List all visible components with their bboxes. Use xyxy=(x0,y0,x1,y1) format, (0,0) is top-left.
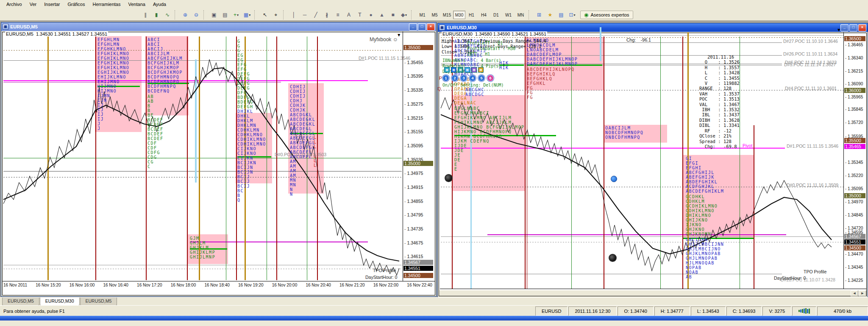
chart-window-eurusd-m30: ▦ EURUSD,M30 _ □ × ◀ ▶ xyxy=(437,23,868,298)
chart-tab[interactable]: EURUSD,M30 xyxy=(40,298,80,306)
vertical-line-icon[interactable]: │ xyxy=(288,10,299,20)
mini-toolbar-icon[interactable]: ▦ xyxy=(451,67,456,73)
mini-toolbar-icon[interactable]: ▦ xyxy=(478,67,484,73)
price-tick: 1.35095 xyxy=(404,143,423,148)
traffic-histogram-icon xyxy=(792,306,816,316)
time-label: 16 Nov 18:40 xyxy=(204,283,230,287)
chart-plot-m5[interactable] xyxy=(2,32,435,295)
chart-tab[interactable]: EURUSD,M5 xyxy=(80,298,117,306)
price-tick: 1.35845 xyxy=(845,107,863,112)
menu-item[interactable]: Insertar xyxy=(40,1,64,7)
status-cell: EURUSD xyxy=(535,306,568,316)
period-badge[interactable]: 2 xyxy=(451,75,458,82)
price-badge: 1.34500 xyxy=(403,273,433,278)
timeframe-button[interactable]: M30 xyxy=(453,11,465,19)
timeframe-button[interactable]: MN xyxy=(515,11,527,19)
menu-item[interactable]: Herramientas xyxy=(89,1,124,7)
menu-item[interactable]: Archivo xyxy=(3,1,26,7)
price-tick: 1.36465 xyxy=(845,42,863,47)
price-tick: 1.34855 xyxy=(404,199,423,204)
menu-item[interactable]: Ventana xyxy=(125,1,149,7)
bars-chart-icon[interactable]: ∥ xyxy=(140,10,151,20)
zoom-out-icon[interactable]: ⊖ xyxy=(191,10,202,20)
timeframe-button[interactable]: H4 xyxy=(478,11,490,19)
mini-toolbar-icon[interactable]: ▦ xyxy=(471,67,477,73)
window-arrange-icon[interactable]: ⊡ xyxy=(567,10,578,20)
menu-item[interactable]: Ayuda xyxy=(149,1,170,7)
status-cell: H: 1.34777 xyxy=(654,306,690,316)
horizontal-scrollbar[interactable]: ◀ ▶ xyxy=(439,290,866,296)
period-badge[interactable]: 3 xyxy=(460,75,467,82)
period-badge[interactable]: 4 xyxy=(469,75,476,82)
window-titlebar[interactable]: ▦ EURUSD,M5 _ □ × xyxy=(1,22,436,31)
trendline-icon[interactable]: ╱ xyxy=(310,10,321,20)
price-badge: 1.35500 xyxy=(844,138,865,143)
chart-plot-m30[interactable] xyxy=(439,33,867,296)
text-icon[interactable]: A xyxy=(343,10,354,20)
windows-group: ⊞★▤⊡ xyxy=(534,10,578,20)
time-label: 16 Nov 22:40 xyxy=(407,283,432,287)
menu-item[interactable]: Gráficos xyxy=(64,1,89,7)
mini-toolbar-icon[interactable]: ▦ xyxy=(465,67,470,73)
menu-item[interactable]: Ver xyxy=(26,1,41,7)
zoom-group: ⊕⊖ xyxy=(180,10,202,20)
window-title: EURUSD,M30 xyxy=(447,25,839,30)
cascade-windows-icon[interactable]: ▤ xyxy=(220,10,231,20)
fullscreen-icon[interactable]: ⊞ xyxy=(534,10,545,20)
templates-icon[interactable]: ▦ xyxy=(242,10,253,20)
timeframe-button[interactable]: W1 xyxy=(502,11,515,19)
mt4-application: ArchivoVerInsertarGráficosHerramientasVe… xyxy=(0,0,868,22)
status-cell: 2011.11.16 12:30 xyxy=(568,306,617,316)
favorites-icon[interactable]: ★ xyxy=(545,10,556,20)
timeframe-button[interactable]: M15 xyxy=(441,11,453,19)
rectangle-icon[interactable]: ■ xyxy=(387,10,398,20)
price-badge: 1.35465 xyxy=(844,144,865,149)
time-label: 16 Nov 15:20 xyxy=(36,283,61,287)
cursor-group: ↖⌖ xyxy=(259,10,281,20)
chart-marker[interactable] xyxy=(445,174,453,182)
toolbar-separator xyxy=(203,10,207,20)
price-tick: 1.34845 xyxy=(845,213,863,217)
window-titlebar[interactable]: ▦ EURUSD,M30 _ □ × xyxy=(438,23,868,32)
expert-advisors-button[interactable]: ◉ Asesores expertos xyxy=(580,11,633,19)
mini-toolbar-icon[interactable]: ▦ xyxy=(444,67,450,73)
timeframe-button[interactable]: D1 xyxy=(490,11,502,19)
data-window-icon[interactable]: ▤ xyxy=(556,10,567,20)
channel-icon[interactable]: ∦ xyxy=(321,10,332,20)
time-label: 16 Nov 16:00 xyxy=(70,283,95,287)
period-badge[interactable]: 5 xyxy=(478,75,485,82)
price-scale-m30[interactable]: 1.364651.363401.362151.360901.359651.358… xyxy=(844,0,867,326)
price-tick: 1.35215 xyxy=(404,115,423,121)
ellipse-icon[interactable]: ● xyxy=(365,10,376,20)
period-badge[interactable]: 1 xyxy=(442,75,449,82)
timeframe-button[interactable]: H1 xyxy=(465,11,478,19)
price-tick: 1.34470 xyxy=(845,252,863,256)
label-icon[interactable]: T xyxy=(354,10,365,20)
window-bottom-edge xyxy=(0,316,868,320)
cursor-icon[interactable]: ↖ xyxy=(259,10,270,20)
price-tick: 1.35220 xyxy=(845,173,863,178)
price-scale-m5[interactable]: 1.355151.354551.353951.353351.352751.352… xyxy=(403,0,435,326)
chart-marker[interactable] xyxy=(609,254,617,262)
horizontal-line-icon[interactable]: ─ xyxy=(299,10,310,20)
zoom-in-icon[interactable]: ⊕ xyxy=(180,10,191,20)
line-chart-icon[interactable]: ∿ xyxy=(162,10,173,20)
mini-toolbar-icon[interactable]: ▦ xyxy=(458,67,463,73)
price-tick: 1.35395 xyxy=(404,73,423,79)
new-chart-icon[interactable]: + xyxy=(231,10,242,20)
price-tick: 1.35455 xyxy=(404,60,423,65)
objects-group: +▦ xyxy=(231,10,253,20)
triangle-icon[interactable]: ▲ xyxy=(376,10,387,20)
candles-chart-icon[interactable]: ▮ xyxy=(151,10,162,20)
crosshair-icon[interactable]: ⌖ xyxy=(270,10,281,20)
toolbar-separator xyxy=(529,10,532,20)
chart-tab[interactable]: EURUSD,M5 xyxy=(2,298,39,306)
fibonacci-icon[interactable]: ≡ xyxy=(332,10,343,20)
time-label: 16 Nov 16:40 xyxy=(103,283,128,287)
tile-windows-icon[interactable]: ▣ xyxy=(209,10,220,20)
price-badge: 1.35000 xyxy=(844,193,865,198)
time-axis-m5[interactable]: 16 Nov 201116 Nov 15:2016 Nov 16:0016 No… xyxy=(3,283,432,287)
period-badge[interactable]: 6 xyxy=(487,75,494,82)
expert-advisors-label: Asesores expertos xyxy=(590,12,629,17)
chart-marker[interactable] xyxy=(611,176,617,182)
